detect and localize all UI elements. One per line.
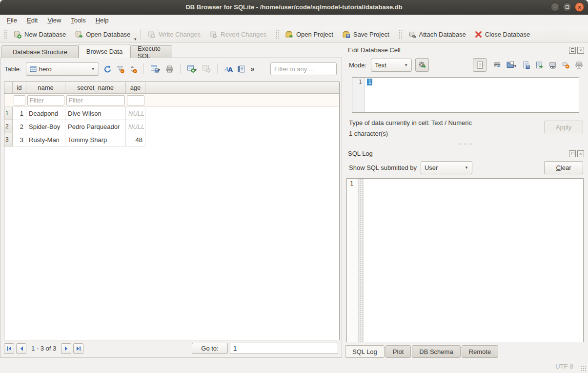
clear-sort-button[interactable] [129, 65, 137, 73]
column-header-age[interactable]: age [126, 82, 145, 93]
edit-cell-title-label: Edit Database Cell [348, 46, 401, 54]
new-database-icon [13, 30, 21, 39]
cell-name[interactable]: Deadpond [26, 107, 65, 120]
cell-editor-icons: ▼ [473, 58, 583, 72]
filter-input-name[interactable] [27, 95, 64, 105]
cell-secret-name[interactable]: Tommy Sharp [65, 133, 126, 146]
table-row[interactable]: 1 1 Deadpond Dive Wilson NULL [4, 107, 339, 120]
open-database-dropdown-icon[interactable]: ▼ [133, 37, 137, 42]
toolbar-drag-handle[interactable] [275, 29, 279, 40]
goto-input[interactable] [230, 343, 338, 354]
print-table-button[interactable] [165, 65, 174, 73]
tab-database-structure[interactable]: Database Structure [1, 45, 79, 58]
sql-source-select[interactable]: User ▼ [421, 161, 472, 174]
cell-id[interactable]: 1 [13, 107, 26, 120]
table-row[interactable]: 3 3 Rusty-Man Tommy Sharp 48 [4, 133, 339, 146]
cell-id[interactable]: 2 [13, 120, 26, 133]
open-database-button[interactable]: Open Database [71, 28, 134, 41]
cell-name[interactable]: Rusty-Man [26, 133, 65, 146]
show-sql-label: Show SQL submitted by [349, 164, 417, 171]
toolbar-drag-handle[interactable] [398, 29, 402, 40]
column-header-name[interactable]: name [26, 82, 65, 93]
column-header-id[interactable]: id [13, 82, 26, 93]
menu-file[interactable]: File [2, 16, 22, 25]
cell-secret-name[interactable]: Dive Wilson [65, 107, 126, 120]
cell-editor-line-number: 1 [352, 78, 365, 112]
sql-log-fold-margin [358, 179, 364, 342]
export-table-dropdown-icon[interactable]: ▼ [157, 68, 161, 73]
import-file-button[interactable]: ▼ [506, 61, 517, 69]
cell-secret-name[interactable]: Pedro Parqueador [65, 120, 126, 133]
import-file-dropdown-icon[interactable]: ▼ [513, 64, 517, 69]
maximize-icon[interactable] [563, 2, 572, 12]
cell-editor-content[interactable]: 1 [367, 79, 372, 85]
menu-edit[interactable]: Edit [22, 16, 42, 25]
float-dock-icon[interactable] [569, 150, 576, 157]
mode-select[interactable]: Text ▼ [371, 59, 412, 72]
refresh-button[interactable] [103, 65, 112, 73]
close-database-button[interactable]: Close Database [471, 29, 534, 40]
first-record-button[interactable] [4, 343, 14, 354]
clear-log-button[interactable]: Clear [544, 161, 583, 174]
toolbar-drag-handle[interactable] [3, 29, 7, 40]
table-row[interactable]: 2 2 Spider-Boy Pedro Parqueador NULL [4, 120, 339, 133]
text-document-button[interactable] [473, 58, 487, 72]
word-wrap-button[interactable] [493, 61, 501, 69]
insert-record-button[interactable]: ▼ [187, 64, 198, 73]
previous-record-button[interactable] [16, 343, 26, 354]
goto-button[interactable]: Go to: [192, 343, 228, 354]
save-project-button[interactable]: Save Project [338, 28, 393, 41]
tab-browse-data[interactable]: Browse Data [79, 44, 130, 58]
attach-database-button[interactable]: Attach Database [404, 28, 470, 41]
open-project-button[interactable]: Open Project [281, 28, 337, 41]
toolbar-separator [217, 63, 218, 74]
clear-cell-button[interactable] [562, 61, 570, 69]
toolbar-overflow-icon[interactable]: » [251, 65, 255, 73]
tab-execute-sql[interactable]: Execute SQL [130, 45, 172, 58]
new-database-button[interactable]: New Database [9, 28, 70, 41]
dock-splitter[interactable] [345, 142, 588, 146]
tab-plot[interactable]: Plot [385, 345, 411, 358]
cell-name[interactable]: Spider-Boy [26, 120, 65, 133]
cell-id[interactable]: 3 [13, 133, 26, 146]
minimize-icon[interactable]: − [550, 2, 560, 12]
close-dock-icon[interactable]: × [577, 150, 584, 157]
menubar: File Edit View Tools Help [0, 15, 588, 26]
save-reference-button[interactable] [535, 61, 544, 69]
filter-input-secret-name[interactable] [66, 95, 125, 105]
tab-remote[interactable]: Remote [462, 345, 499, 358]
cell-age[interactable]: NULL [126, 120, 145, 133]
cell-editor[interactable]: 1 1 [352, 77, 579, 113]
next-record-button[interactable] [61, 343, 71, 354]
tab-db-schema[interactable]: DB Schema [412, 345, 460, 358]
filter-input-age[interactable] [127, 95, 144, 105]
cell-age[interactable]: 48 [126, 133, 145, 146]
close-dock-icon[interactable]: × [577, 47, 584, 54]
table-label: Table: [4, 65, 21, 73]
export-file-button[interactable] [522, 61, 530, 69]
menu-help[interactable]: Help [91, 16, 114, 25]
mode-label: Mode: [349, 62, 366, 69]
encoding-label[interactable]: UTF-8 [555, 363, 573, 370]
filter-any-input[interactable] [270, 62, 337, 75]
float-dock-icon[interactable] [569, 47, 576, 54]
auto-apply-button[interactable] [415, 58, 429, 72]
clear-filters-button[interactable] [116, 65, 124, 73]
tab-sql-log[interactable]: SQL Log [345, 345, 385, 358]
close-icon[interactable]: × [575, 2, 584, 12]
export-table-button[interactable]: ▼ [150, 64, 161, 73]
menu-view[interactable]: View [42, 16, 66, 25]
resize-grip-icon[interactable] [581, 366, 587, 372]
menu-tools[interactable]: Tools [66, 16, 90, 25]
column-header-secret-name[interactable]: secret_name [65, 82, 126, 93]
insert-record-dropdown-icon[interactable]: ▼ [194, 68, 198, 73]
cell-age[interactable]: NULL [126, 107, 145, 120]
binary-view-button[interactable] [237, 65, 245, 73]
sql-log-editor[interactable]: 1 [346, 178, 584, 342]
filter-input-id[interactable] [14, 95, 25, 105]
print-cell-button[interactable] [575, 61, 583, 69]
format-button[interactable]: AA [224, 65, 233, 73]
last-record-button[interactable] [73, 343, 83, 354]
table-select[interactable]: hero ▼ [26, 62, 99, 76]
link-data-button[interactable] [548, 61, 557, 69]
